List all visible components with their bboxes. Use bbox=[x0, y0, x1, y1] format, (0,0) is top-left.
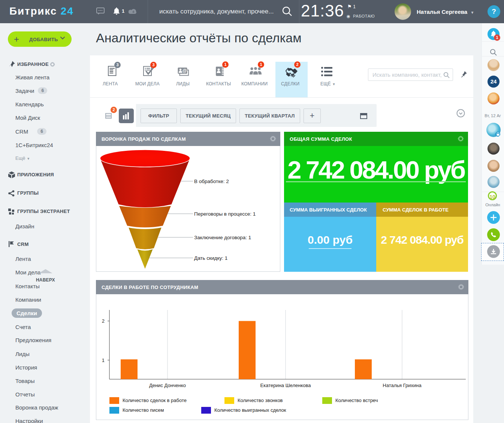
svg-text:Количество сделок в работе: Количество сделок в работе bbox=[123, 398, 187, 403]
svg-text:Количество выигранных сделок: Количество выигранных сделок bbox=[214, 407, 286, 413]
svg-text:Екатерина Шеленкова: Екатерина Шеленкова bbox=[260, 383, 311, 388]
svg-text:Денис Донченко: Денис Донченко bbox=[149, 383, 186, 388]
svg-text:2: 2 bbox=[102, 318, 105, 324]
svg-text:Дать скидку: 1: Дать скидку: 1 bbox=[194, 255, 227, 261]
svg-text:Заключение договора: 1: Заключение договора: 1 bbox=[194, 235, 251, 240]
svg-text:Количество встреч: Количество встреч bbox=[335, 398, 378, 403]
svg-text:В обработке: 2: В обработке: 2 bbox=[194, 179, 229, 184]
svg-text:Переговоры в процессе: 1: Переговоры в процессе: 1 bbox=[194, 211, 256, 217]
svg-text:Наталья Грихина: Наталья Грихина bbox=[383, 383, 422, 388]
svg-text:Количество писем: Количество писем bbox=[123, 407, 164, 413]
svg-text:Количество звонков: Количество звонков bbox=[238, 398, 283, 403]
svg-text:@: @ bbox=[182, 68, 187, 73]
svg-text:1: 1 bbox=[102, 357, 105, 363]
